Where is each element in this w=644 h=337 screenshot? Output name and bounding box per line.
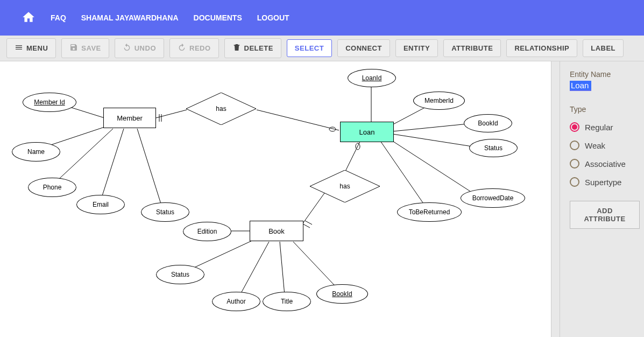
entity-name-input[interactable]: Loan (570, 81, 640, 93)
svg-line-4 (137, 129, 164, 212)
attr-loan-bookid[interactable]: BookId (464, 114, 512, 132)
entity-button[interactable]: ENTITY (395, 39, 438, 57)
label-button[interactable]: LABEL (583, 39, 624, 57)
delete-button[interactable]: DELETE (224, 38, 281, 58)
attr-member-phone[interactable]: Phone (28, 178, 76, 197)
select-button[interactable]: SELECT (287, 39, 332, 57)
svg-line-25 (303, 224, 310, 228)
relationship-has-loan-book[interactable]: has (310, 170, 380, 202)
svg-line-11 (390, 139, 482, 199)
nav-faq[interactable]: FAQ (51, 13, 66, 22)
svg-line-9 (393, 123, 473, 131)
vertical-scrollbar[interactable] (551, 61, 560, 337)
attr-loan-tobereturned[interactable]: ToBeReturned (397, 202, 462, 222)
radio-icon (570, 177, 579, 187)
attr-member-status[interactable]: Status (141, 202, 189, 222)
svg-line-6 (257, 110, 339, 130)
svg-line-13 (344, 141, 360, 173)
connect-button[interactable]: CONNECT (337, 39, 390, 57)
radio-icon (570, 122, 579, 132)
add-attribute-button[interactable]: ADD ATTRIBUTE (570, 201, 640, 229)
undo-button: UNDO (115, 38, 164, 58)
radio-associative[interactable]: Associative (570, 159, 640, 169)
menu-icon (15, 43, 23, 53)
redo-button: REDO (169, 38, 219, 58)
attribute-button[interactable]: ATTRIBUTE (443, 39, 501, 57)
svg-line-2 (51, 129, 113, 186)
trash-icon (232, 43, 241, 53)
diagram-canvas[interactable]: Member Loan Book has has Member Id Name … (0, 61, 560, 337)
redo-icon (178, 43, 186, 53)
attr-loan-id[interactable]: LoanId (348, 69, 396, 87)
type-label: Type (570, 105, 640, 114)
svg-line-5 (156, 110, 187, 118)
nav-documents[interactable]: DOCUMENTS (194, 13, 242, 22)
save-icon (69, 43, 78, 53)
attr-book-title[interactable]: Title (263, 292, 311, 311)
home-icon[interactable] (22, 10, 36, 26)
svg-line-3 (100, 129, 124, 204)
attr-member-email[interactable]: Email (76, 195, 125, 214)
attr-loan-memberid[interactable]: MemberId (413, 92, 465, 110)
relationship-has-member-loan[interactable]: has (186, 93, 256, 125)
attr-book-edition[interactable]: Edition (183, 222, 231, 241)
save-button: SAVE (61, 38, 109, 58)
attr-member-name[interactable]: Name (12, 142, 60, 162)
relationship-button[interactable]: RELATIONSHIP (506, 39, 577, 57)
attr-book-id[interactable]: BookId (316, 284, 368, 304)
radio-icon (570, 141, 579, 150)
radio-weak[interactable]: Weak (570, 141, 640, 150)
properties-panel: Entity Name Loan Type Regular Weak Assoc… (560, 61, 644, 337)
entity-name-label: Entity Name (570, 70, 640, 79)
attr-book-author[interactable]: Author (212, 292, 260, 311)
attr-member-id[interactable]: Member Id (23, 93, 76, 112)
nav-logout[interactable]: LOGOUT (257, 13, 289, 22)
svg-line-12 (379, 139, 429, 212)
radio-icon (570, 159, 579, 169)
radio-regular[interactable]: Regular (570, 122, 640, 132)
attr-loan-status[interactable]: Status (469, 139, 518, 157)
entity-book[interactable]: Book (250, 221, 303, 241)
menu-button[interactable]: MENU (6, 38, 56, 58)
entity-member[interactable]: Member (103, 108, 156, 128)
radio-supertype[interactable]: Supertype (570, 177, 640, 187)
undo-icon (123, 43, 131, 53)
attr-book-status[interactable]: Status (156, 265, 204, 284)
svg-line-24 (305, 221, 312, 224)
nav-user[interactable]: SHAMAL JAYAWARDHANA (81, 13, 179, 22)
svg-line-10 (393, 134, 479, 148)
entity-loan[interactable]: Loan (340, 122, 394, 142)
attr-loan-borroweddate[interactable]: BorrowedDate (461, 188, 525, 208)
